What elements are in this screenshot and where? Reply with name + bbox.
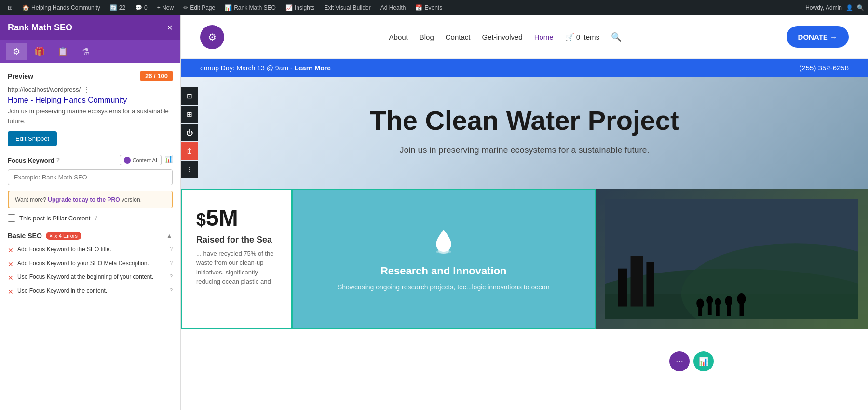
panel-close-button[interactable]: × [167,22,173,33]
tab-general[interactable]: ⚙ [6,43,27,60]
exit-builder-button[interactable]: Exit Visual Builder [320,0,375,15]
card-number: $5M [196,205,276,231]
floating-btn-stats[interactable]: 📊 [693,351,714,371]
new-button[interactable]: + New [153,0,177,15]
collapse-icon[interactable]: ▲ [166,232,173,240]
basic-seo-title: Basic SEO [8,232,42,240]
tab-advanced[interactable]: ⚗ [75,43,96,60]
error-x-icon-4: ✕ [8,287,14,297]
pillar-content-checkbox[interactable] [8,214,15,222]
wp-logo[interactable]: ⊞ [4,0,16,15]
hero-subtitle: Join us in preserving marine ecosystems … [399,145,649,155]
rank-math-button[interactable]: 📊 Rank Math SEO [221,0,280,15]
content-ai-button[interactable]: Content AI [120,155,162,165]
nav-home[interactable]: Home [534,33,554,41]
hero-section: ⊡ ⊞ ⏻ 🗑 ⋮ The Clean Water Project Join u… [181,77,868,189]
announcement-phone: (255) 352-6258 [799,64,849,72]
nav-blog[interactable]: Blog [420,33,434,41]
seo-error-2: ✕ Add Focus Keyword to your SEO Meta Des… [8,260,173,270]
rank-math-panel: Rank Math SEO × ⚙ 🎁 📋 ⚗ Preview 26 / 100… [0,15,181,410]
nav-get-involved[interactable]: Get-involved [482,33,522,41]
search-icon[interactable]: 🔍 [857,4,864,11]
nav-search-icon[interactable]: 🔍 [611,32,622,42]
error-1-help-icon[interactable]: ? [170,246,173,253]
tab-social[interactable]: 🎁 [29,43,50,60]
cart-count: 0 items [576,33,599,41]
focus-keyword-label: Focus Keyword ? [8,157,60,164]
comments-icon: 💬 [135,4,142,11]
nav-about[interactable]: About [389,33,408,41]
url-options-icon[interactable]: ⋮ [83,86,90,93]
updates-icon: 🔄 [110,4,117,11]
focus-keyword-row: Focus Keyword ? Content AI 📊 [8,155,173,165]
events-icon: 📅 [415,4,422,11]
website-content: ⚙ About Blog Contact Get-involved Home 🛒… [181,15,868,410]
events-button[interactable]: 📅 Events [411,0,446,15]
builder-btn-layout[interactable]: ⊡ [181,87,198,105]
error-text-2: Add Focus Keyword to your SEO Meta Descr… [17,260,164,268]
builder-btn-grid[interactable]: ⊞ [181,106,198,123]
water-drop-icon [429,226,458,259]
nav-cart[interactable]: 🛒 0 items [565,33,599,41]
cart-icon: 🛒 [565,33,574,41]
svg-rect-16 [727,305,731,315]
admin-bar: ⊞ 🏠 Helping Hands Community 🔄 22 💬 0 + N… [0,0,868,15]
panel-content: Preview 26 / 100 http://localhost/wordpr… [0,63,180,410]
floating-btn-menu[interactable]: ⋯ [669,351,690,371]
builder-btn-power[interactable]: ⏻ [181,124,198,141]
announcement-link[interactable]: Learn More [295,64,331,72]
error-3-help-icon[interactable]: ? [170,273,173,280]
announcement-text: eanup Day: March 13 @ 9am - Learn More [200,64,331,72]
svg-rect-14 [716,306,719,316]
ad-health-button[interactable]: Ad Health [377,0,410,15]
site-name[interactable]: 🏠 Helping Hands Community [18,0,104,15]
focus-keyword-actions: Content AI 📊 [120,155,173,165]
pillar-help-icon[interactable]: ? [94,215,97,221]
rank-math-icon: 📊 [225,4,232,11]
insights-button[interactable]: 📈 Insights [282,0,318,15]
svg-rect-12 [707,304,711,315]
focus-keyword-input[interactable] [8,169,173,185]
floating-buttons: ⋯ 📊 [669,351,714,371]
chart-icon[interactable]: 📊 [164,155,173,165]
announcement-bar: eanup Day: March 13 @ 9am - Learn More (… [181,59,868,77]
edit-page-button[interactable]: ✏ Edit Page [179,0,219,15]
donate-button[interactable]: DONATE → [787,26,849,48]
nav-logo: ⚙ [200,25,224,49]
svg-point-1 [436,250,451,254]
nav-links: About Blog Contact Get-involved Home 🛒 0… [389,32,622,42]
nav-logo-circle: ⚙ [200,25,224,49]
updates[interactable]: 🔄 22 [106,0,129,15]
avatar: 👤 [846,4,853,11]
comments[interactable]: 💬 0 [131,0,151,15]
seo-error-3: ✕ Use Focus Keyword at the beginning of … [8,273,173,283]
site-nav: ⚙ About Blog Contact Get-involved Home 🛒… [181,15,868,59]
error-4-help-icon[interactable]: ? [170,287,173,294]
svg-rect-6 [618,268,627,306]
insights-icon: 📈 [285,4,293,11]
tab-schema[interactable]: 📋 [52,43,73,60]
edit-snippet-button[interactable]: Edit Snippet [8,131,57,146]
seo-error-4: ✕ Use Focus Keyword in the content. ? [8,287,173,297]
seo-errors-list: ✕ Add Focus Keyword to the SEO title. ? … [8,246,173,297]
preview-url-row: http://localhost/wordpress/ ⋮ [8,86,173,93]
preview-title[interactable]: Home - Helping Hands Community [8,96,173,105]
error-text-3: Use Focus Keyword at the beginning of yo… [17,273,164,281]
error-2-help-icon[interactable]: ? [170,260,173,267]
card-research-desc: Showcasing ongoing research projects, te… [338,282,550,292]
upgrade-notice: Want more? Upgrade today to the PRO vers… [8,191,173,208]
builder-btn-delete[interactable]: 🗑 [181,142,198,160]
preview-description: Join us in preserving marine ecosystems … [8,107,173,125]
main-layout: Rank Math SEO × ⚙ 🎁 📋 ⚗ Preview 26 / 100… [0,0,868,410]
card-image [596,189,868,329]
svg-point-13 [715,298,721,306]
upgrade-link[interactable]: Upgrade today to the PRO [48,196,120,203]
svg-rect-18 [739,304,744,316]
builder-btn-more[interactable]: ⋮ [181,161,198,178]
nav-contact[interactable]: Contact [446,33,471,41]
basic-seo-header[interactable]: Basic SEO × x 4 Errors ▲ [8,226,173,246]
focus-keyword-help-icon[interactable]: ? [56,157,60,164]
card-research-title: Research and Innovation [380,265,507,277]
seo-error-1: ✕ Add Focus Keyword to the SEO title. ? [8,246,173,256]
svg-rect-8 [646,262,654,306]
